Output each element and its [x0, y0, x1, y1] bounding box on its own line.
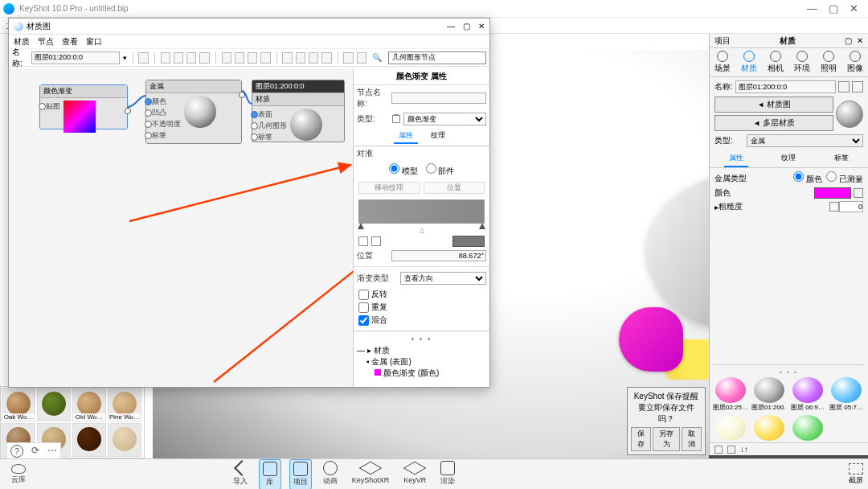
help-icon[interactable]: ? [10, 445, 23, 458]
multimat-button[interactable]: ◄ 多层材质 [714, 115, 833, 131]
tab-scene[interactable]: 场景 [710, 48, 736, 76]
toolbar-tool-icon[interactable] [343, 52, 353, 64]
material-swatch[interactable]: 图层01:200… [751, 377, 787, 412]
maximize-icon[interactable]: ▢ [829, 2, 838, 14]
panel-pop-icon[interactable]: ▢ [845, 36, 852, 45]
material-thumb[interactable] [72, 423, 106, 457]
subtab-label[interactable]: 标签 [829, 150, 854, 167]
toolbar-tool-icon[interactable] [282, 52, 292, 64]
assign-icon[interactable] [838, 81, 850, 92]
import-button[interactable]: 导入 [230, 459, 251, 490]
material-swatch[interactable] [713, 415, 748, 441]
save-mat-icon[interactable] [852, 81, 863, 92]
toolbar-tool-icon[interactable] [186, 52, 196, 64]
tree-item[interactable]: ▪ 金属 (表面) [357, 356, 486, 368]
tree-root[interactable]: — ▸ 材质 [357, 345, 486, 356]
tab-lighting[interactable]: 照明 [815, 48, 841, 76]
cloud-library-button[interactable]: 云库 [8, 462, 29, 487]
material-swatch[interactable] [751, 415, 787, 441]
color-texture-icon[interactable] [854, 188, 863, 198]
gradtype-select[interactable]: 查看方向 [400, 272, 486, 285]
material-swatch[interactable]: 图层02:25… [713, 377, 748, 412]
toolbar-tool-icon[interactable] [357, 52, 366, 64]
project-button[interactable]: 项目 [289, 459, 312, 490]
list-view-icon[interactable] [727, 446, 735, 454]
toolbar-tool-icon[interactable] [248, 52, 257, 64]
close-icon[interactable]: ✕ [850, 2, 858, 14]
tree-item[interactable]: 颜色渐变 (颜色) [357, 368, 486, 379]
remove-stop-icon[interactable] [371, 236, 381, 246]
screenshot-button[interactable]: 截屏 [849, 463, 863, 486]
toolbar-tool-icon[interactable] [321, 52, 331, 64]
mg-menu-view[interactable]: 查看 [62, 36, 78, 47]
subtab-properties[interactable]: 属性 [724, 150, 748, 167]
repeat-checkbox[interactable]: 重复 [358, 301, 485, 314]
node-search-input[interactable] [388, 51, 486, 64]
mg-menu-window[interactable]: 窗口 [86, 36, 102, 47]
tab-camera[interactable]: 相机 [763, 48, 789, 76]
history-icon[interactable]: ⟳ [31, 445, 39, 458]
cancel-button[interactable]: 取消 [682, 427, 702, 451]
toolbar-tool-icon[interactable] [222, 52, 231, 64]
saveas-button[interactable]: 另存为 [653, 427, 680, 451]
material-graph-titlebar[interactable]: 材质图 — ▢ ✕ [9, 18, 489, 35]
toolbar-tool-icon[interactable] [235, 52, 244, 64]
material-swatch[interactable] [790, 415, 825, 441]
subtab-texture[interactable]: 纹理 [776, 150, 800, 167]
grid-view-icon[interactable] [714, 446, 723, 454]
gradient-bar[interactable] [358, 199, 485, 224]
reset-button[interactable]: 位置 [424, 182, 485, 194]
material-swatch[interactable]: 图层 06:9… [790, 377, 825, 412]
nodename-input[interactable] [391, 92, 486, 104]
keyvr-button[interactable]: KeyVR [400, 459, 429, 490]
trash-icon[interactable] [392, 115, 400, 123]
panel-close-icon[interactable]: ✕ [857, 36, 863, 45]
material-name-input[interactable] [31, 51, 120, 64]
toolbar-tool-icon[interactable] [309, 52, 318, 64]
tab-properties[interactable]: 属性 [394, 129, 418, 144]
mg-minimize-icon[interactable]: — [447, 22, 455, 31]
toolbar-save-icon[interactable] [138, 52, 148, 64]
mg-menu-node[interactable]: 节点 [38, 36, 54, 47]
material-name-input[interactable] [735, 80, 836, 93]
blend-checkbox[interactable]: 混合 [358, 314, 485, 327]
material-thumb[interactable] [108, 423, 141, 457]
toolbar-tool-icon[interactable] [174, 52, 183, 64]
toolbar-tool-icon[interactable] [199, 52, 209, 64]
matgraph-button[interactable]: ◄ 材质图 [714, 97, 833, 113]
move-texture-button[interactable]: 移动纹理 [358, 182, 420, 194]
dropdown-arrow-icon[interactable]: ▾ [123, 54, 127, 62]
animation-button[interactable]: 动画 [320, 459, 341, 490]
roughness-texture-icon[interactable] [829, 202, 839, 212]
material-color-swatch[interactable] [814, 187, 851, 199]
save-button[interactable]: 保存 [631, 427, 651, 451]
render-button[interactable]: 渲染 [437, 459, 458, 490]
color-picker-icon[interactable] [358, 236, 368, 246]
tab-texture[interactable]: 纹理 [426, 129, 450, 144]
material-swatch[interactable]: 图层 05:7… [829, 377, 864, 412]
more-icon[interactable]: ⋯ [47, 445, 57, 458]
gradient-stop[interactable] [358, 223, 364, 229]
metaltype-measured-radio[interactable]: 已测量 [826, 175, 863, 183]
toolbar-tool-icon[interactable] [260, 52, 270, 64]
metaltype-color-radio[interactable]: 颜色 [793, 175, 822, 183]
material-preview-sphere[interactable] [836, 101, 863, 128]
library-button[interactable]: 库 [259, 459, 281, 490]
gradient-color-swatch[interactable] [452, 236, 485, 247]
tab-image[interactable]: 图像 [841, 48, 868, 76]
toolbar-tool-icon[interactable] [296, 52, 305, 64]
material-type-select[interactable]: 金属 [747, 134, 863, 147]
gradient-stop[interactable] [479, 223, 485, 229]
mg-maximize-icon[interactable]: ▢ [463, 22, 470, 31]
reverse-checkbox[interactable]: 反转 [358, 288, 485, 301]
mg-menu-material[interactable]: 材质 [14, 36, 30, 47]
tab-material[interactable]: 材质 [736, 48, 763, 76]
toolbar-tool-icon[interactable] [161, 52, 170, 64]
target-part-radio[interactable]: 部件 [426, 163, 455, 177]
type-select[interactable]: 颜色渐变 [403, 113, 486, 125]
target-model-radio[interactable]: 模型 [389, 163, 418, 177]
position-input[interactable] [391, 250, 486, 261]
material-graph-canvas[interactable]: 颜色渐变 贴图 金属 颜色 凹凸 不透明度 标签 图层01:20 [9, 68, 354, 387]
keyshotxr-button[interactable]: KeyShotXR [349, 459, 393, 490]
sort-icon[interactable]: ↓↑ [740, 445, 748, 454]
